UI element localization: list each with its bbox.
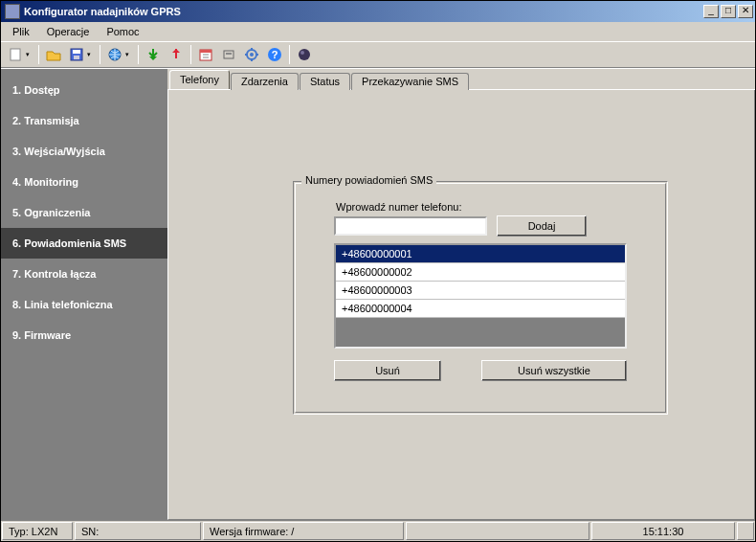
sms-numbers-group: Numery powiadomień SMS Wprowadź numer te… [293,181,668,415]
titlebar: Konfigurator nadajników GPRS _ □ ✕ [1,1,755,22]
status-sn: SN: [75,522,201,540]
group-legend: Numery powiadomień SMS [301,174,436,186]
open-icon[interactable] [43,44,64,65]
sphere-dark-icon[interactable] [294,44,315,65]
toolbar: ▾ ▾ ▾ ? [1,41,755,68]
delete-button[interactable]: Usuń [334,360,441,381]
tab-status[interactable]: Status [300,73,350,90]
list-item[interactable]: +48600000002 [336,263,625,282]
delete-all-button[interactable]: Usuń wszystkie [481,360,627,381]
phone-input-label: Wprowadź numer telefonu: [336,201,461,213]
window-title: Konfigurator nadajników GPRS [24,6,703,17]
toolbar-separator [38,45,39,64]
sidebar-item-limits[interactable]: 5. Ograniczenia [1,197,167,228]
status-type: Typ: LX2N [2,522,73,540]
svg-point-19 [299,49,310,60]
svg-text:?: ? [272,49,278,60]
content-area: 1. Dostęp 2. Transmisja 3. Wejścia/Wyjśc… [1,68,755,520]
sidebar-item-phone-line[interactable]: 8. Linia telefoniczna [1,289,167,320]
list-item[interactable]: +48600000003 [336,282,625,300]
maximize-button[interactable]: □ [721,5,736,18]
add-button[interactable]: Dodaj [497,215,587,237]
tab-phones[interactable]: Telefony [169,70,230,89]
status-grip [737,522,754,540]
sidebar-item-link-control[interactable]: 7. Kontrola łącza [1,259,167,289]
svg-point-12 [250,53,254,56]
app-window: Konfigurator nadajników GPRS _ □ ✕ Plik … [0,0,756,542]
svg-point-20 [300,51,304,55]
sidebar-item-monitoring[interactable]: 4. Monitoring [1,167,167,197]
menu-help[interactable]: Pomoc [99,24,146,39]
minimize-button[interactable]: _ [703,5,719,18]
app-icon [5,4,20,19]
phone-input[interactable] [334,216,487,236]
tab-panel-phones: Numery powiadomień SMS Wprowadź numer te… [167,90,755,520]
download-green-icon[interactable] [143,44,164,65]
statusbar: Typ: LX2N SN: Wersja firmware: / 15:11:3… [1,520,755,541]
upload-red-icon[interactable] [166,44,187,65]
toolbar-separator [100,45,100,64]
toolbar-separator [138,45,139,64]
svg-rect-0 [11,49,20,60]
list-item[interactable]: +48600000001 [336,245,625,263]
tab-strip: Telefony Zdarzenia Status Przekazywanie … [167,69,755,90]
menubar: Plik Operacje Pomoc [1,22,755,41]
main-panel: Telefony Zdarzenia Status Przekazywanie … [167,69,755,520]
help-icon[interactable]: ? [264,44,285,65]
save-dropdown[interactable]: ▾ [87,51,94,58]
gear-icon[interactable] [241,44,262,65]
close-button[interactable]: ✕ [738,5,753,18]
new-dropdown[interactable]: ▾ [26,51,33,58]
tab-sms-forward[interactable]: Przekazywanie SMS [351,73,469,90]
save-icon[interactable] [66,44,87,65]
sidebar-item-firmware[interactable]: 9. Firmware [1,320,167,350]
phone-numbers-list[interactable]: +48600000001 +48600000002 +48600000003 +… [334,243,627,349]
new-icon[interactable] [5,44,26,65]
sidebar: 1. Dostęp 2. Transmisja 3. Wejścia/Wyjśc… [1,69,167,520]
status-firmware: Wersja firmware: / [203,522,404,540]
sidebar-item-io[interactable]: 3. Wejścia/Wyjścia [1,136,167,167]
sidebar-item-sms-notifications[interactable]: 6. Powiadomienia SMS [1,228,167,259]
globe-dropdown[interactable]: ▾ [125,51,132,58]
list-item[interactable]: +48600000004 [336,300,625,318]
menu-file[interactable]: Plik [5,24,37,39]
svg-rect-3 [74,56,79,59]
globe-icon[interactable] [104,44,125,65]
device-icon[interactable] [218,44,239,65]
status-time: 15:11:30 [591,522,735,540]
sidebar-item-access[interactable]: 1. Dostęp [1,75,167,105]
calendar-icon[interactable] [195,44,216,65]
status-spacer [406,522,589,540]
tab-events[interactable]: Zdarzenia [231,73,299,90]
toolbar-separator [190,45,191,64]
toolbar-separator [289,45,290,64]
svg-rect-10 [226,53,232,55]
svg-rect-2 [73,50,80,54]
window-buttons: _ □ ✕ [703,5,753,18]
sidebar-item-transmission[interactable]: 2. Transmisja [1,105,167,136]
svg-rect-6 [200,50,211,53]
menu-operations[interactable]: Operacje [39,24,98,39]
